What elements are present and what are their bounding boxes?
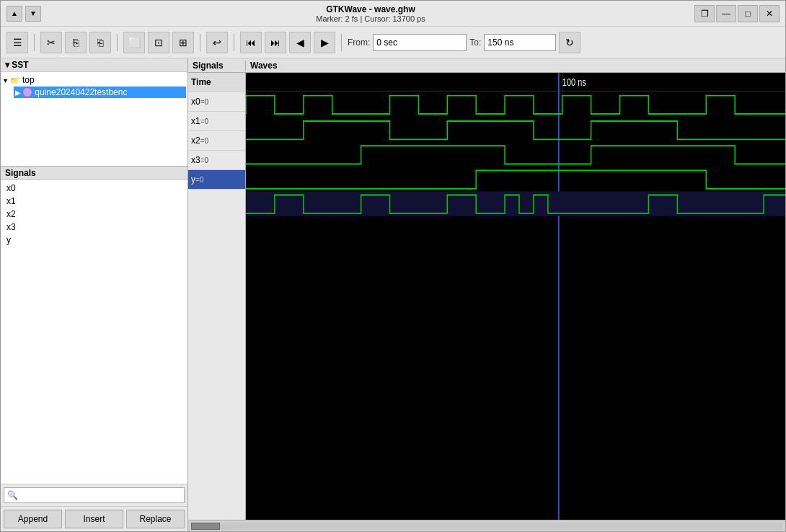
module-icon	[22, 87, 32, 97]
wave-signals-col: Time x0 =0 x1 =0 x2 =0 x3	[188, 73, 246, 520]
toolbar-sep-1	[34, 34, 35, 51]
sst-section: ▾ SST ▾ 📁 top ▶ quine20240422testbenc	[1, 58, 187, 167]
hamburger-btn[interactable]: ☰	[6, 32, 28, 53]
copy-btn[interactable]: ⎘	[65, 32, 87, 53]
select-all-btn[interactable]: ⬜	[123, 32, 145, 53]
skip-end-btn[interactable]: ⏭	[265, 32, 286, 53]
sst-arrow-top: ▾	[4, 76, 7, 84]
wave-header-signals-label: Signals	[188, 61, 246, 71]
cut-btn[interactable]: ✂	[40, 32, 62, 53]
toolbar: ☰ ✂ ⎘ ⎗ ⬜ ⊡ ⊞ ↩ ⏮ ⏭ ◀ ▶ From: To: ↻	[1, 27, 785, 58]
wave-signal-name-x0: x0	[191, 97, 200, 107]
titlebar-restore-btn[interactable]: ❐	[694, 5, 715, 22]
sst-tree: ▾ 📁 top ▶ quine20240422testbenc	[1, 72, 187, 166]
zoom-sel-btn[interactable]: ⊞	[172, 32, 194, 53]
signal-item-x2[interactable]: x2	[2, 208, 186, 221]
search-box[interactable]: 🔍	[4, 487, 185, 503]
time-label: Time	[191, 77, 211, 87]
reload-btn[interactable]: ↻	[559, 32, 580, 53]
wave-signal-name-x1: x1	[191, 116, 200, 126]
titlebar: ▲ ▼ GTKWave - wave.ghw Marker: 2 fs | Cu…	[1, 1, 785, 27]
titlebar-title: GTKWave - wave.ghw Marker: 2 fs | Cursor…	[47, 4, 694, 23]
wave-signal-val-x1: =0	[200, 118, 208, 125]
wave-row-x0: x0 =0	[188, 92, 245, 112]
wave-svg: 100 ns	[246, 73, 785, 520]
undo-btn[interactable]: ↩	[206, 32, 228, 53]
svg-text:100 ns: 100 ns	[562, 76, 586, 88]
wave-signal-val-x0: =0	[200, 98, 208, 106]
prev-btn[interactable]: ◀	[289, 32, 311, 53]
wave-row-time-label: Time	[188, 73, 245, 92]
paste-btn[interactable]: ⎗	[89, 32, 111, 53]
main-area: ▾ SST ▾ 📁 top ▶ quine20240422testbenc	[1, 58, 785, 531]
wave-row-y: y =0	[188, 170, 245, 190]
wave-header: Signals Waves	[188, 58, 785, 73]
toolbar-sep-5	[341, 34, 342, 51]
signal-item-y[interactable]: y	[2, 234, 186, 247]
sst-arrow-module: ▶	[15, 89, 21, 97]
wave-signal-val-x2: =0	[200, 137, 208, 145]
wave-canvas-wrap[interactable]: 100 ns	[246, 73, 785, 520]
right-panel: Signals Waves Time x0 =0 x1	[188, 58, 785, 531]
sst-header: ▾ SST	[1, 58, 187, 72]
sst-collapse-icon[interactable]: ▾	[5, 60, 9, 70]
titlebar-left-controls: ▲ ▼	[6, 6, 41, 22]
from-label: From:	[348, 37, 370, 48]
replace-btn[interactable]: Replace	[126, 510, 185, 528]
append-btn[interactable]: Append	[4, 510, 62, 528]
zoom-fit-btn[interactable]: ⊡	[148, 32, 169, 53]
scrollbar-thumb[interactable]	[191, 523, 220, 530]
search-icon: 🔍	[7, 490, 18, 500]
scrollbar-track	[191, 523, 782, 530]
titlebar-down-btn[interactable]: ▼	[25, 6, 41, 22]
signal-item-x0[interactable]: x0	[2, 182, 186, 195]
sst-label-module: quine20240422testbenc	[35, 87, 127, 97]
signals-section: Signals x0 x1 x2 x3 y 🔍 Append Insert Re	[1, 167, 187, 531]
signals-search: 🔍	[1, 484, 187, 506]
sst-label-top: top	[22, 75, 35, 85]
wave-signal-name-x2: x2	[191, 136, 200, 146]
folder-icon: 📁	[9, 74, 20, 86]
wave-signal-val-y: =0	[195, 176, 203, 184]
signal-item-x3[interactable]: x3	[2, 221, 186, 234]
titlebar-up-btn[interactable]: ▲	[6, 6, 22, 22]
titlebar-maximize-btn[interactable]: □	[738, 5, 758, 22]
left-panel: ▾ SST ▾ 📁 top ▶ quine20240422testbenc	[1, 58, 188, 531]
to-group: To:	[469, 34, 556, 51]
titlebar-close-btn[interactable]: ✕	[759, 5, 780, 22]
next-btn[interactable]: ▶	[314, 32, 335, 53]
wave-scrollbar[interactable]	[188, 520, 785, 531]
wave-row-x1: x1 =0	[188, 112, 245, 131]
toolbar-sep-3	[200, 34, 200, 51]
wave-row-x3: x3 =0	[188, 151, 245, 170]
signal-item-x1[interactable]: x1	[2, 195, 186, 208]
sst-item-module[interactable]: ▶ quine20240422testbenc	[14, 87, 186, 98]
wave-rows: Time x0 =0 x1 =0 x2 =0 x3	[188, 73, 785, 520]
titlebar-right-controls: ❐ — □ ✕	[694, 5, 780, 22]
to-input[interactable]	[484, 34, 556, 51]
insert-btn[interactable]: Insert	[65, 510, 123, 528]
signals-header: Signals	[1, 167, 187, 180]
toolbar-sep-4	[234, 34, 234, 51]
from-group: From:	[348, 34, 467, 51]
signals-buttons: Append Insert Replace	[1, 506, 187, 531]
titlebar-subtitle: Marker: 2 fs | Cursor: 13700 ps	[47, 14, 694, 23]
sst-item-top[interactable]: ▾ 📁 top	[2, 74, 186, 87]
wave-signal-name-x3: x3	[191, 155, 200, 165]
wave-signal-val-x3: =0	[200, 156, 208, 164]
wave-row-x2: x2 =0	[188, 131, 245, 151]
to-label: To:	[469, 37, 481, 48]
signals-list: x0 x1 x2 x3 y	[1, 180, 187, 484]
sst-title: SST	[12, 60, 28, 70]
titlebar-minimize-btn[interactable]: —	[716, 5, 736, 22]
titlebar-app-title: GTKWave - wave.ghw	[47, 4, 694, 14]
main-window: ▲ ▼ GTKWave - wave.ghw Marker: 2 fs | Cu…	[0, 0, 786, 532]
from-input[interactable]	[373, 34, 467, 51]
toolbar-sep-2	[117, 34, 118, 51]
wave-header-waves-label: Waves	[246, 61, 785, 71]
skip-begin-btn[interactable]: ⏮	[240, 32, 262, 53]
